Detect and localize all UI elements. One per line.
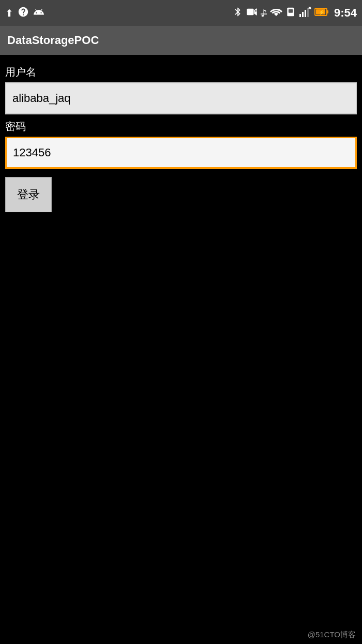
help-icon — [18, 6, 29, 20]
username-label: 用户名 — [5, 65, 357, 79]
battery-icon: ⚡ — [314, 7, 329, 19]
music-off-icon: ♪̶ — [261, 7, 267, 19]
status-bar-right: ♪̶ — [233, 6, 357, 20]
svg-marker-1 — [254, 8, 257, 16]
svg-rect-4 — [289, 9, 293, 13]
svg-rect-5 — [299, 14, 301, 17]
status-bar-left: ⬆ — [5, 6, 44, 20]
svg-rect-6 — [302, 12, 304, 17]
content-area: 用户名 密码 登录 — [0, 55, 362, 217]
password-input[interactable] — [5, 137, 357, 169]
app-title: DataStoragePOC — [7, 34, 99, 47]
bluetooth-icon — [233, 7, 243, 20]
signal-icon — [299, 7, 311, 19]
password-label: 密码 — [5, 120, 357, 134]
upload-icon: ⬆ — [5, 7, 13, 19]
sim-icon — [285, 7, 296, 19]
svg-rect-0 — [247, 9, 253, 15]
svg-rect-13 — [327, 10, 328, 13]
svg-rect-7 — [305, 10, 306, 17]
svg-rect-8 — [307, 8, 309, 17]
login-button[interactable]: 登录 — [5, 177, 52, 212]
wifi-icon — [270, 7, 282, 20]
username-input[interactable] — [5, 82, 357, 114]
video-icon — [246, 8, 258, 18]
title-bar: DataStoragePOC — [0, 26, 362, 55]
status-time: 9:54 — [334, 6, 357, 20]
status-bar: ⬆ ♪̶ — [0, 0, 362, 26]
svg-text:⚡: ⚡ — [319, 9, 325, 16]
watermark: @51CTO博客 — [308, 630, 356, 640]
android-icon — [33, 6, 44, 20]
